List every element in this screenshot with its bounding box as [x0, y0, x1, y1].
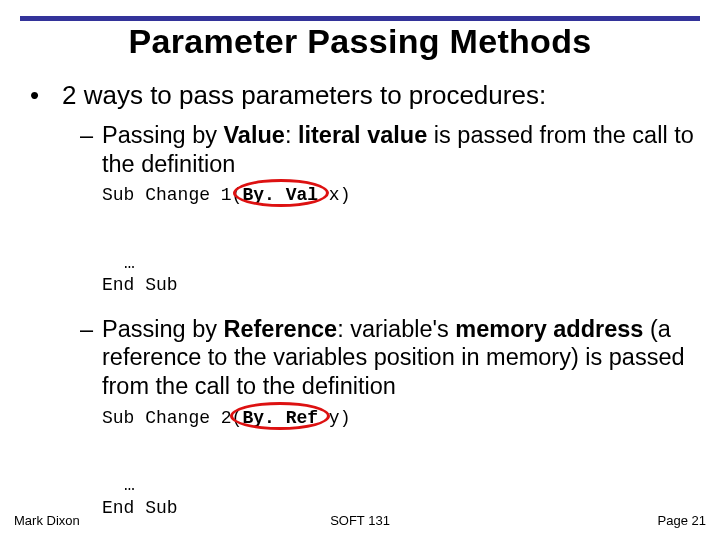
bullet-byref: – Passing by Reference: variable's memor… [80, 315, 694, 401]
footer-course: SOFT 131 [14, 513, 706, 528]
t: : [285, 122, 298, 148]
code-line: Sub Change 2(By. Ref y) [102, 407, 694, 475]
intro-text: 2 ways to pass parameters to procedures: [62, 80, 546, 111]
code-line: … [102, 252, 694, 275]
code-byref: Sub Change 2(By. Ref y) … End Sub [102, 407, 694, 520]
t: memory address [455, 316, 643, 342]
t: y) [318, 408, 350, 428]
t: Passing by [102, 122, 223, 148]
code-keyword-byval: By. Val [242, 185, 318, 205]
code-line: End Sub [102, 274, 694, 297]
bullet-byvalue: – Passing by Value: literal value is pas… [80, 121, 694, 178]
t: : variable's [337, 316, 455, 342]
bullet-dot: • [26, 80, 62, 111]
t: Reference [223, 316, 337, 342]
t: Sub Change 1( [102, 185, 242, 205]
t: x) [318, 185, 350, 205]
t: Passing by [102, 316, 223, 342]
code-line: … [102, 474, 694, 497]
t: literal value [298, 122, 427, 148]
page-title: Parameter Passing Methods [0, 22, 720, 61]
code-keyword-byref: By. Ref [242, 408, 318, 428]
bullet-intro: • 2 ways to pass parameters to procedure… [26, 80, 694, 111]
slide-body: • 2 ways to pass parameters to procedure… [26, 80, 694, 537]
dash-icon: – [80, 121, 102, 178]
dash-icon: – [80, 315, 102, 401]
byvalue-text: Passing by Value: literal value is passe… [102, 121, 694, 178]
code-byvalue: Sub Change 1(By. Val x) … End Sub [102, 184, 694, 297]
t: Value [223, 122, 284, 148]
footer: Mark Dixon SOFT 131 Page 21 [14, 513, 706, 528]
code-line: Sub Change 1(By. Val x) [102, 184, 694, 252]
title-rule [20, 16, 700, 21]
t: Sub Change 2( [102, 408, 242, 428]
byref-text: Passing by Reference: variable's memory … [102, 315, 694, 401]
